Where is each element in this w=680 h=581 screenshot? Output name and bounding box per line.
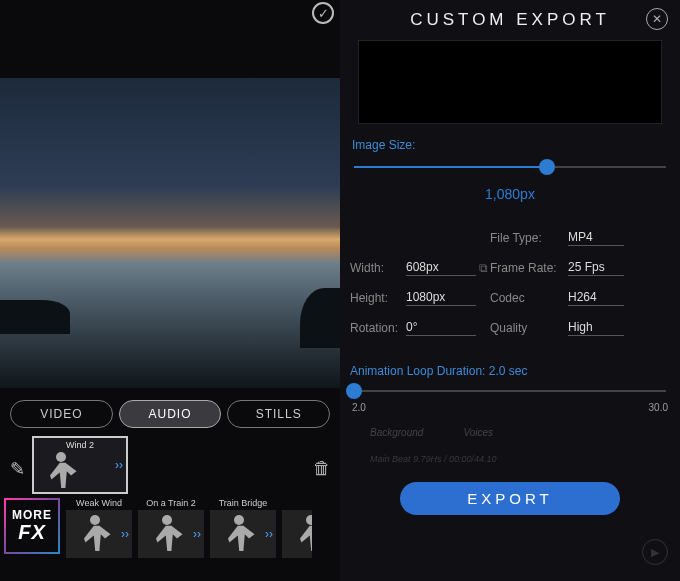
sound-icon: ›› <box>121 527 129 541</box>
clip-thumb[interactable] <box>282 498 312 558</box>
image-size-value: 1,080px <box>350 186 670 202</box>
selected-clip-label: Wind 2 <box>34 440 126 450</box>
quality-label: Quality <box>490 321 568 335</box>
width-value[interactable]: 608px <box>406 260 476 276</box>
export-preview <box>358 40 662 124</box>
framerate-label: Frame Rate: <box>490 261 568 275</box>
selected-clip[interactable]: Wind 2 ›› <box>32 436 128 494</box>
sound-icon: ›› <box>265 527 273 541</box>
tab-audio[interactable]: AUDIO <box>119 400 222 428</box>
mode-tabs: VIDEO AUDIO STILLS <box>0 388 340 434</box>
width-label: Width: <box>350 261 406 275</box>
tab-video[interactable]: VIDEO <box>10 400 113 428</box>
rotation-label: Rotation: <box>350 321 406 335</box>
more-fx-button[interactable]: MORE FX <box>4 498 60 554</box>
editor-pane: ✓ VIDEO AUDIO STILLS ✎ Wind 2 ›› 🗑 MORE … <box>0 0 340 581</box>
loop-value: 2.0 sec <box>489 364 528 378</box>
delete-icon[interactable]: 🗑 <box>310 436 334 479</box>
clip-label: On a Train 2 <box>138 498 204 510</box>
height-value[interactable]: 1080px <box>406 290 476 306</box>
close-icon[interactable]: ✕ <box>646 8 668 30</box>
sound-icon: ›› <box>193 527 201 541</box>
clip-thumb[interactable]: Train Bridge ›› <box>210 498 276 558</box>
export-button[interactable]: EXPORT <box>400 482 620 515</box>
clip-label: Train Bridge <box>210 498 276 510</box>
loop-max: 30.0 <box>649 402 668 413</box>
link-icon[interactable]: ⧉ <box>476 261 490 275</box>
clip-label: Weak Wind <box>66 498 132 510</box>
play-icon[interactable]: ▶ <box>642 539 668 565</box>
image-size-slider[interactable] <box>354 158 666 176</box>
edit-icon[interactable]: ✎ <box>6 436 28 480</box>
rotation-value[interactable]: 0° <box>406 320 476 336</box>
framerate-value[interactable]: 25 Fps <box>568 260 624 276</box>
sound-icon: ›› <box>115 458 123 472</box>
codec-value[interactable]: H264 <box>568 290 624 306</box>
height-label: Height: <box>350 291 406 305</box>
media-preview[interactable] <box>0 78 340 388</box>
codec-label: Codec <box>490 291 568 305</box>
image-size-label: Image Size: <box>352 138 668 152</box>
filetype-value[interactable]: MP4 <box>568 230 624 246</box>
loop-slider[interactable] <box>354 382 666 400</box>
export-pane: CUSTOM EXPORT ✕ Image Size: 1,080px File… <box>340 0 680 581</box>
more-fx-bottom: FX <box>18 522 46 543</box>
ghost-voices: Voices <box>463 427 493 438</box>
loop-min: 2.0 <box>352 402 366 413</box>
ghost-background: Background <box>370 427 423 438</box>
loop-label: Animation Loop Duration: <box>350 364 485 378</box>
clip-thumb[interactable]: Weak Wind ›› <box>66 498 132 558</box>
tab-stills[interactable]: STILLS <box>227 400 330 428</box>
confirm-icon[interactable]: ✓ <box>312 2 334 24</box>
quality-value[interactable]: High <box>568 320 624 336</box>
export-title: CUSTOM EXPORT <box>410 10 610 30</box>
ghost-beat: Main Beat 9.79Hs / 00:00/44.10 <box>350 454 670 464</box>
clip-thumb[interactable]: On a Train 2 ›› <box>138 498 204 558</box>
more-fx-top: MORE <box>12 509 52 522</box>
filetype-label: File Type: <box>490 231 568 245</box>
